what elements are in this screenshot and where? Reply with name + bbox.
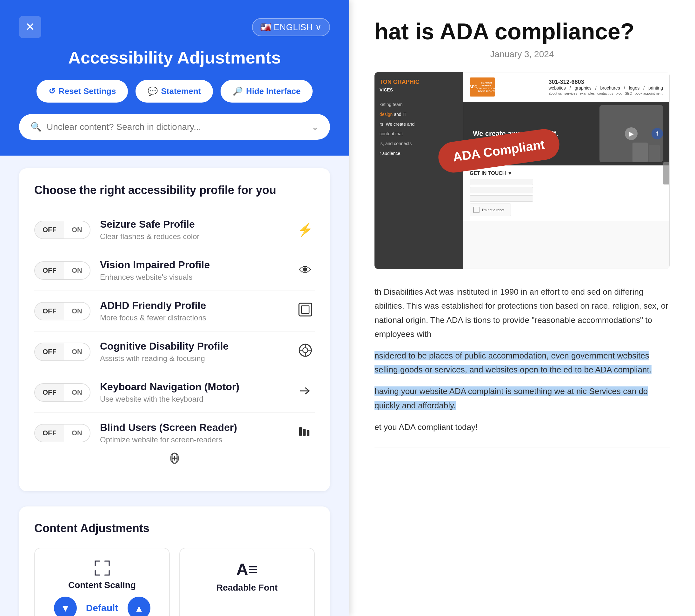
blind-profile-desc: Optimize website for screen-readers [100,435,286,444]
svg-rect-11 [307,430,309,436]
profiles-section-title: Choose the right accessibility profile f… [34,184,315,197]
content-scaling-title: Content Scaling [46,580,158,590]
mock-site-logo: SEOSEARCH ENGINEOPTIMIZATIONDONE RIGHT! [470,78,495,97]
cognitive-icon [296,343,315,360]
cognitive-toggle-on[interactable]: ON [64,343,90,361]
search-icon: 🔍 [31,122,41,132]
adhd-profile-name: ADHD Friendly Profile [100,300,286,312]
seizure-profile-desc: Clear flashes & reduces color [100,232,286,241]
body-text-3: et you ADA compliant today! [374,420,669,434]
readable-font-title: Readable Font [191,583,303,593]
mock-captcha: I'm not a robot [470,203,511,216]
vision-profile-info: Vision Impaired Profile Enhances website… [100,259,286,282]
scaling-icon [46,560,158,576]
search-input[interactable] [47,122,306,132]
adjustments-grid: Content Scaling ▾ Default ▴ A≡ [34,548,315,616]
seizure-toggle-on[interactable]: ON [64,221,90,238]
blind-toggle-off[interactable]: OFF [35,424,64,442]
close-button[interactable]: ✕ [19,16,41,38]
reset-label: Reset Settings [59,86,116,96]
cognitive-profile-desc: Assists with reading & focusing [100,354,286,363]
eye-icon: 👁 [296,263,315,278]
keyboard-profile-name: Keyboard Navigation (Motor) [100,381,286,393]
focus-icon [296,303,315,319]
chevron-down-icon: ⌄ [311,122,319,132]
lightning-icon: ⚡ [296,222,315,237]
content-scaling-value: Default [83,603,121,614]
svg-rect-0 [299,303,312,316]
content-scaling-up-button[interactable]: ▴ [128,597,150,616]
blind-toggle[interactable]: OFF ON [34,424,90,442]
content-scaling-card: Content Scaling ▾ Default ▴ [34,548,170,616]
hide-icon: 🔎 [233,86,243,96]
body-text-2: having your website ADA complaint is som… [374,384,669,412]
facebook-icon: f [651,128,663,139]
mock-contact-form: GET IN TOUCH ▼ I'm not a robot [463,165,669,221]
svg-rect-10 [303,429,306,436]
panel-title: Accessibility Adjustments [19,48,330,67]
chevron-down-icon: ▾ [63,601,68,615]
action-buttons: ↺ Reset Settings 💬 Statement 🔎 Hide Inte… [19,80,330,103]
adhd-toggle-off[interactable]: OFF [35,303,64,320]
webpage-content: hat is ADA compliance? January 3, 2024 T… [349,0,695,466]
seizure-toggle[interactable]: OFF ON [34,221,90,239]
body-text-1: th Disabilities Act was instituted in 19… [374,285,669,341]
keyboard-toggle-on[interactable]: ON [64,384,90,401]
webpage-screenshot: SEOSEARCH ENGINEOPTIMIZATIONDONE RIGHT! … [463,72,669,269]
language-button[interactable]: 🇺🇸 ENGLISH ∨ [252,18,330,36]
ada-image-container: TON GRAPHICVICES keting team design and … [374,72,669,269]
readable-font-card: A≡ Readable Font [179,548,315,616]
mock-form-field-2 [470,187,533,194]
seizure-profile-name: Seizure Safe Profile [100,218,286,230]
cognitive-toggle[interactable]: OFF ON [34,343,90,361]
hide-label: Hide Interface [246,86,301,96]
content-scaling-down-button[interactable]: ▾ [54,597,77,616]
highlighted-text-1: nsidered to be places of public accommod… [374,351,651,374]
list-item: OFF ON Vision Impaired Profile Enhances … [34,250,315,291]
statement-icon: 💬 [148,86,158,96]
link-icon [166,449,183,467]
content-adjustments-section: Content Adjustments Content Scaling [19,506,330,616]
accessibility-panel: ✕ 🇺🇸 ENGLISH ∨ Accessibility Adjustments… [0,0,349,616]
search-bar[interactable]: 🔍 ⌄ [19,114,330,140]
content-scaling-controls: ▾ Default ▴ [46,597,158,616]
vision-toggle[interactable]: OFF ON [34,261,90,280]
svg-point-3 [303,348,308,353]
adhd-toggle-on[interactable]: ON [64,303,90,320]
blind-toggle-on[interactable]: ON [64,424,90,442]
blind-profile-info: Blind Users (Screen Reader) Optimize web… [100,422,286,444]
hide-interface-button[interactable]: 🔎 Hide Interface [221,80,312,103]
svg-rect-1 [302,306,309,313]
page-date: January 3, 2024 [374,49,669,60]
keyboard-profile-info: Keyboard Navigation (Motor) Use website … [100,381,286,403]
cognitive-profile-name: Cognitive Disability Profile [100,340,286,352]
adhd-toggle[interactable]: OFF ON [34,302,90,320]
readable-font-icon: A≡ [191,560,303,579]
seizure-profile-info: Seizure Safe Profile Clear flashes & red… [100,218,286,241]
adhd-profile-desc: More focus & fewer distractions [100,313,286,322]
content-adjustments-title: Content Adjustments [34,522,315,535]
vision-profile-desc: Enhances website's visuals [100,273,286,282]
list-item: OFF ON Keyboard Navigation (Motor) Use w… [34,372,315,413]
mock-form-title: GET IN TOUCH ▼ [470,170,663,176]
seizure-toggle-off[interactable]: OFF [35,221,64,238]
panel-header-top: ✕ 🇺🇸 ENGLISH ∨ [19,16,330,38]
mock-site-header: SEOSEARCH ENGINEOPTIMIZATIONDONE RIGHT! … [463,72,669,102]
keyboard-icon [296,384,315,401]
keyboard-toggle[interactable]: OFF ON [34,383,90,402]
website-panel-text: TON GRAPHICVICES [374,72,463,100]
captcha-checkbox [473,207,479,213]
keyboard-toggle-off[interactable]: OFF [35,384,64,401]
blind-profile-name: Blind Users (Screen Reader) [100,422,286,433]
vision-toggle-on[interactable]: ON [64,262,90,279]
statement-button[interactable]: 💬 Statement [136,80,213,103]
vision-toggle-off[interactable]: OFF [35,262,64,279]
screen-reader-icon [296,424,315,442]
page-title: hat is ADA compliance? [374,19,669,44]
panel-body: Choose the right accessibility profile f… [0,155,349,616]
cognitive-toggle-off[interactable]: OFF [35,343,64,361]
reset-icon: ↺ [49,86,55,96]
reset-settings-button[interactable]: ↺ Reset Settings [36,80,128,103]
list-item: OFF ON Blind Users (Screen Reader) Optim… [34,413,315,476]
webpage-panel: hat is ADA compliance? January 3, 2024 T… [349,0,695,616]
